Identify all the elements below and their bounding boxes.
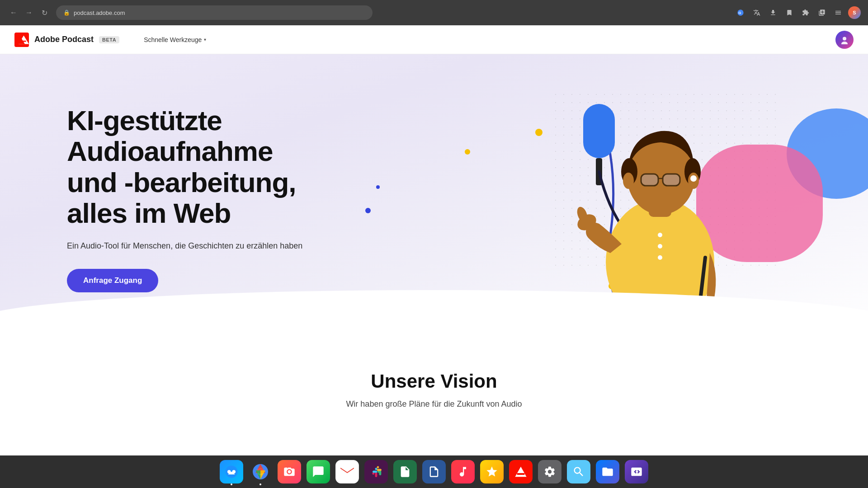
hero-title: KI-gestützte Audioaufnahme und -bearbeit… [67, 105, 307, 229]
vision-title: Unsere Vision [0, 371, 868, 392]
chrome-icon [253, 464, 268, 479]
svg-rect-8 [583, 104, 615, 158]
google-button[interactable]: G [734, 6, 747, 19]
taskbar-settings[interactable] [538, 460, 561, 483]
back-button[interactable]: ← [7, 6, 20, 19]
taskbar-messages[interactable] [307, 460, 330, 483]
taskbar-files[interactable] [596, 460, 619, 483]
svg-rect-5 [17, 40, 26, 42]
adobe-taskbar-icon [514, 465, 527, 478]
vision-section: Unsere Vision Wir haben große Pläne für … [0, 343, 868, 427]
files-icon [601, 465, 614, 478]
excel-icon [399, 465, 411, 478]
menu-item-label: Schnelle Werkzeuge [144, 36, 202, 43]
user-avatar[interactable] [835, 31, 854, 49]
user-icon [840, 35, 849, 44]
address-bar[interactable]: 🔒 podcast.adobe.com [56, 5, 373, 20]
beta-badge: BETA [99, 36, 119, 43]
svg-point-20 [690, 175, 697, 182]
profile-menu-button[interactable] [832, 6, 844, 19]
browser-chrome: ← → ↻ 🔒 podcast.adobe.com G [0, 0, 868, 25]
svg-rect-15 [641, 174, 658, 186]
blue-dot-1 [365, 208, 371, 213]
browser-profile-avatar[interactable]: S [848, 6, 861, 19]
chevron-down-icon: ▾ [204, 37, 206, 42]
hero-subtitle: Ein Audio-Tool für Menschen, die Geschic… [67, 241, 307, 251]
taskbar-finder[interactable] [220, 460, 243, 483]
xcode-icon [630, 465, 643, 478]
slack-icon [370, 465, 382, 478]
brand-name: Adobe Podcast [34, 35, 94, 44]
taskbar-search[interactable] [567, 460, 590, 483]
downloads-button[interactable] [767, 6, 779, 19]
forward-button[interactable]: → [23, 6, 35, 19]
browser-nav-buttons: ← → ↻ [7, 6, 51, 19]
reload-button[interactable]: ↻ [38, 6, 51, 19]
taskbar-active-dot-chrome [259, 483, 261, 485]
svg-rect-30 [229, 473, 234, 474]
bookmark-button[interactable] [783, 6, 796, 19]
word-icon [428, 465, 440, 478]
vision-subtitle: Wir haben große Pläne für die Zukunft vo… [0, 399, 868, 409]
svg-point-22 [658, 244, 662, 249]
svg-marker-37 [515, 467, 526, 477]
hero-section: KI-gestützte Audioaufnahme und -bearbeit… [0, 54, 868, 343]
taskbar-excel[interactable] [393, 460, 417, 483]
svg-point-23 [658, 255, 662, 260]
taskbar-music[interactable] [451, 460, 475, 483]
schnelle-werkzeuge-menu[interactable]: Schnelle Werkzeuge ▾ [137, 33, 212, 47]
browser-action-area: G [734, 6, 861, 19]
taskbar-chrome[interactable] [249, 460, 272, 483]
yellow-dot-2 [465, 149, 470, 155]
gmail-icon [340, 466, 354, 477]
search-icon [572, 465, 585, 478]
hero-content: KI-gestützte Audioaufnahme und -bearbeit… [0, 78, 307, 319]
translate-button[interactable] [750, 6, 763, 19]
messages-icon [312, 465, 325, 478]
taskbar-active-dot [231, 483, 232, 485]
lock-icon: 🔒 [63, 9, 70, 16]
star-icon [486, 465, 498, 478]
svg-point-18 [623, 173, 634, 189]
svg-point-7 [841, 42, 848, 44]
cta-button[interactable]: Anfrage Zugang [67, 269, 158, 292]
navbar-right [835, 31, 854, 49]
blue-dot-3 [376, 185, 380, 189]
tabs-button[interactable] [816, 6, 828, 19]
taskbar-xcode[interactable] [625, 460, 648, 483]
taskbar-word[interactable] [422, 460, 446, 483]
camera-icon [283, 465, 296, 478]
nav-menu: Schnelle Werkzeuge ▾ [137, 33, 212, 47]
svg-rect-40 [517, 473, 525, 474]
extensions-button[interactable] [799, 6, 812, 19]
svg-text:G: G [738, 11, 741, 15]
music-icon [457, 465, 469, 478]
adobe-logo-area[interactable]: Adobe Podcast BETA [14, 33, 119, 47]
taskbar [0, 455, 868, 488]
taskbar-gmail[interactable] [335, 460, 359, 483]
svg-point-6 [843, 37, 846, 40]
taskbar-starred[interactable] [480, 460, 504, 483]
svg-rect-16 [663, 174, 680, 186]
url-text: podcast.adobe.com [74, 9, 125, 16]
taskbar-adobe[interactable] [509, 460, 533, 483]
taskbar-camera[interactable] [278, 460, 301, 483]
taskbar-slack[interactable] [364, 460, 388, 483]
page-navbar: Adobe Podcast BETA Schnelle Werkzeuge ▾ [0, 25, 868, 54]
svg-point-21 [658, 233, 662, 237]
finder-icon [225, 465, 238, 479]
gear-icon [543, 465, 556, 478]
adobe-logo-icon [14, 33, 29, 47]
